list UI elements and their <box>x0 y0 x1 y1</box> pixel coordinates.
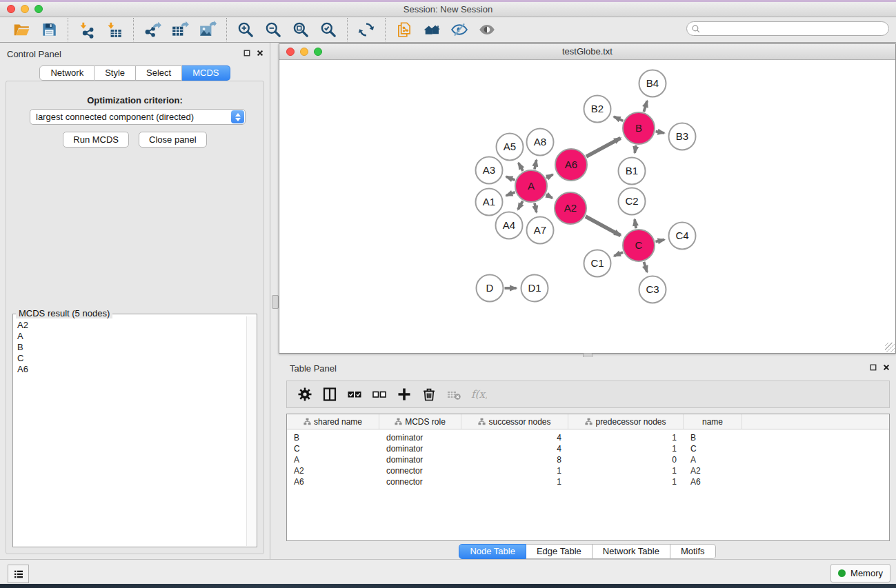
close-panel-button[interactable]: Close panel <box>139 132 207 148</box>
open-session-button[interactable] <box>8 19 35 41</box>
refresh-network-button[interactable] <box>352 19 380 41</box>
node-B[interactable]: B <box>623 112 655 144</box>
node-A[interactable]: A <box>515 170 547 202</box>
node-A5[interactable]: A5 <box>497 134 524 161</box>
node-C[interactable]: C <box>623 230 655 261</box>
column-header-predecessor-nodes[interactable]: predecessor nodes <box>568 414 684 429</box>
import-network-button[interactable] <box>73 19 101 41</box>
edge-A-A6[interactable] <box>546 174 553 178</box>
zoom-window-button[interactable] <box>34 5 43 13</box>
zoom-in-button[interactable] <box>232 19 259 41</box>
edge-C-C1[interactable] <box>614 252 623 256</box>
result-item[interactable]: A <box>16 331 244 342</box>
import-table-button[interactable] <box>101 19 128 41</box>
search-input[interactable] <box>701 23 888 35</box>
minimize-window-button[interactable] <box>21 5 29 13</box>
network-close-button[interactable] <box>286 48 295 56</box>
tab-style[interactable]: Style <box>94 65 136 81</box>
edge-C-C3[interactable] <box>644 262 648 272</box>
edge-B-B4[interactable] <box>644 101 647 112</box>
node-D[interactable]: D <box>477 275 504 302</box>
show-birds-eye-button[interactable] <box>473 19 501 41</box>
table-row[interactable]: Bdominator41B <box>287 432 889 443</box>
node-A6[interactable]: A6 <box>555 149 587 181</box>
edge-A-A2[interactable] <box>546 194 552 198</box>
result-item[interactable]: A6 <box>16 364 244 375</box>
zoom-fit-button[interactable] <box>287 19 315 41</box>
node-A3[interactable]: A3 <box>476 157 503 184</box>
column-header-shared-name[interactable]: shared name <box>287 414 379 429</box>
float-table-panel-icon[interactable] <box>869 363 877 372</box>
node-B3[interactable]: B3 <box>669 123 696 150</box>
edge-A-A5[interactable] <box>519 163 523 171</box>
node-B1[interactable]: B1 <box>619 158 646 185</box>
network-canvas[interactable]: B4 B2 B B3 A8 A5 A6 A3 B1 A A1 C2 A2 <box>279 60 895 353</box>
save-session-button[interactable] <box>35 19 63 41</box>
optimization-criterion-select[interactable]: largest connected component (directed) <box>30 109 246 125</box>
tab-network-table[interactable]: Network Table <box>593 544 670 559</box>
edge-A-A1[interactable] <box>506 192 515 196</box>
float-panel-icon[interactable] <box>243 49 251 57</box>
tab-node-table[interactable]: Node Table <box>459 544 526 559</box>
result-item[interactable]: C <box>16 353 244 364</box>
table-row[interactable]: Cdominator41C <box>287 443 889 454</box>
panel-divider-handle[interactable] <box>272 295 279 309</box>
home-button[interactable] <box>418 19 446 41</box>
duplicate-network-button[interactable] <box>390 19 418 41</box>
edge-A2-C[interactable] <box>586 216 621 236</box>
node-B2[interactable]: B2 <box>584 96 611 123</box>
edge-A-A3[interactable] <box>506 176 515 180</box>
tab-edge-table[interactable]: Edge Table <box>526 544 593 559</box>
column-header-name[interactable]: name <box>684 414 742 429</box>
edge-B-B1[interactable] <box>635 145 636 153</box>
table-row[interactable]: Adominator80A <box>287 454 889 465</box>
node-A2[interactable]: A2 <box>555 192 586 224</box>
delete-column-button[interactable] <box>417 383 441 406</box>
export-network-button[interactable] <box>139 19 166 41</box>
close-window-button[interactable] <box>7 5 15 13</box>
column-visibility-button[interactable] <box>317 383 342 406</box>
result-item[interactable]: A2 <box>16 320 244 331</box>
edge-B-B3[interactable] <box>656 132 664 133</box>
export-table-button[interactable] <box>166 19 194 41</box>
node-C1[interactable]: C1 <box>584 250 611 277</box>
edge-A6-B[interactable] <box>586 138 621 156</box>
memory-button[interactable]: Memory <box>830 564 890 582</box>
node-D1[interactable]: D1 <box>521 275 548 302</box>
edge-B-B2[interactable] <box>614 116 623 121</box>
node-A7[interactable]: A7 <box>527 217 554 244</box>
node-C3[interactable]: C3 <box>639 276 666 303</box>
node-A1[interactable]: A1 <box>476 189 503 216</box>
add-column-button[interactable] <box>392 383 417 406</box>
deselect-all-rows-button[interactable] <box>367 383 392 406</box>
network-minimize-button[interactable] <box>300 48 308 56</box>
network-zoom-button[interactable] <box>314 48 322 56</box>
tab-network[interactable]: Network <box>39 65 94 81</box>
export-image-button[interactable] <box>194 19 221 41</box>
zoom-selected-button[interactable] <box>315 19 342 41</box>
close-table-panel-icon[interactable] <box>882 363 890 372</box>
result-scrollbar[interactable] <box>246 316 256 546</box>
table-row[interactable]: A2connector11A2 <box>287 465 889 476</box>
table-row[interactable]: A6connector11A6 <box>287 476 889 487</box>
edge-A-A4[interactable] <box>518 201 523 210</box>
edge-C-C4[interactable] <box>655 240 664 242</box>
run-mcds-button[interactable]: Run MCDS <box>63 132 129 148</box>
edge-A-A8[interactable] <box>535 160 537 170</box>
window-resize-grip[interactable] <box>885 343 895 352</box>
close-panel-icon[interactable] <box>256 49 264 57</box>
tab-mcds[interactable]: MCDS <box>182 65 230 81</box>
node-A8[interactable]: A8 <box>527 129 554 156</box>
node-A4[interactable]: A4 <box>496 212 523 239</box>
tab-select[interactable]: Select <box>136 65 182 81</box>
column-header-mcds-role[interactable]: MCDS role <box>379 414 461 429</box>
column-header-successor-nodes[interactable]: successor nodes <box>461 414 568 429</box>
node-B4[interactable]: B4 <box>639 70 666 97</box>
select-all-rows-button[interactable] <box>342 383 367 406</box>
node-C2[interactable]: C2 <box>619 188 646 215</box>
hide-panels-button[interactable] <box>446 19 473 41</box>
zoom-out-button[interactable] <box>259 19 287 41</box>
table-settings-button[interactable] <box>292 383 317 406</box>
edge-A-A7[interactable] <box>535 203 537 213</box>
node-C4[interactable]: C4 <box>669 223 696 250</box>
